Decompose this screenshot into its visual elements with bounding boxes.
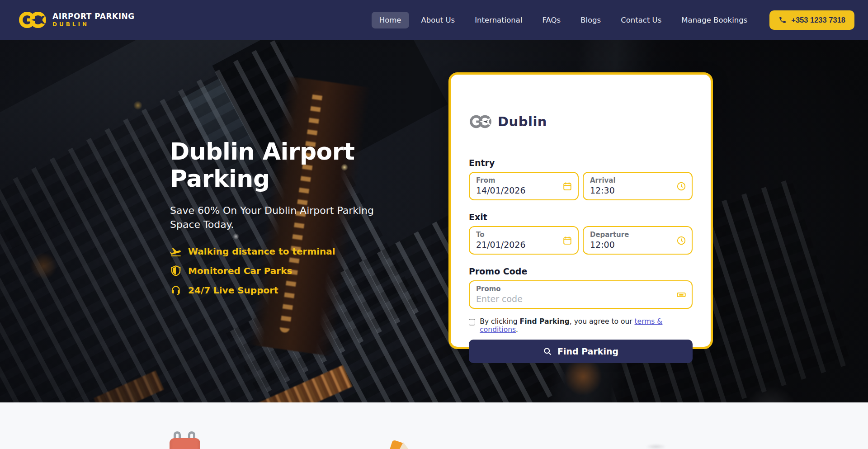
promo-label: Promo <box>476 285 674 293</box>
exit-date-label: To <box>476 231 560 239</box>
entry-time-label: Arrival <box>590 176 674 184</box>
nav-item-contact-us[interactable]: Contact Us <box>613 12 669 28</box>
feature-list: Walking distance to terminal Monitored C… <box>170 246 405 296</box>
exit-time-field[interactable]: Departure <box>583 226 693 255</box>
go-logo-icon <box>18 10 47 29</box>
nav-item-blogs[interactable]: Blogs <box>573 12 609 28</box>
nav-item-manage-bookings[interactable]: Manage Bookings <box>674 12 755 28</box>
entry-heading: Entry <box>469 158 693 168</box>
decorative-smudge <box>646 444 666 449</box>
find-parking-button[interactable]: Find Parking <box>469 340 693 363</box>
feature-walking-distance: Walking distance to terminal <box>170 246 405 257</box>
phone-number: +353 1233 7318 <box>791 16 845 24</box>
calendar-icon <box>562 181 572 191</box>
feature-support: 24/7 Live Support <box>170 284 405 296</box>
exit-time-input[interactable] <box>590 239 674 250</box>
calendar-icon <box>562 236 572 246</box>
ticket-icon <box>676 290 686 300</box>
nav-item-international[interactable]: International <box>467 12 530 28</box>
brand-city: DUBLIN <box>52 22 135 28</box>
phone-button[interactable]: +353 1233 7318 <box>769 10 854 30</box>
exit-time-label: Departure <box>590 231 674 239</box>
find-parking-label: Find Parking <box>557 346 618 356</box>
exit-date-field[interactable]: To <box>469 226 579 255</box>
exit-date-input[interactable] <box>476 239 560 250</box>
shield-icon <box>170 265 182 277</box>
booking-form-card: Dublin Entry From Arrival Exit <box>448 72 713 349</box>
brand-name: AIRPORT PARKING <box>52 12 135 21</box>
terms-checkbox[interactable] <box>469 319 475 326</box>
terms-row: By clicking Find Parking, you agree to o… <box>469 317 693 334</box>
entry-date-input[interactable] <box>476 184 560 195</box>
entry-date-field[interactable]: From <box>469 172 579 200</box>
promo-heading: Promo Code <box>469 266 693 276</box>
promo-field[interactable]: Promo <box>469 280 693 309</box>
clock-icon <box>676 236 686 246</box>
nav-item-faqs[interactable]: FAQs <box>535 12 569 28</box>
content-section <box>0 402 868 449</box>
entry-date-label: From <box>476 176 560 184</box>
promo-input[interactable] <box>476 293 674 304</box>
headset-icon <box>170 284 182 296</box>
brand-logo[interactable]: AIRPORT PARKING DUBLIN <box>18 10 135 29</box>
feature-label: Walking distance to terminal <box>188 246 335 257</box>
plane-takeoff-icon <box>170 246 182 257</box>
hero-background-photo <box>0 40 868 402</box>
go-logo-icon <box>469 113 492 130</box>
pencil-3d-illustration <box>391 440 411 449</box>
card-brand: Dublin <box>469 113 693 130</box>
hero-subtitle: Save 60% On Your Dublin Airport Parking … <box>170 203 392 232</box>
terms-text: By clicking Find Parking, you agree to o… <box>480 317 693 334</box>
nav-item-about-us[interactable]: About Us <box>414 12 463 28</box>
hero-copy: Dublin Airport Parking Save 60% On Your … <box>170 138 405 296</box>
calendar-3d-illustration <box>170 431 200 449</box>
phone-icon <box>778 16 787 24</box>
navbar: AIRPORT PARKING DUBLIN Home About Us Int… <box>0 0 868 40</box>
hero-section: Dublin Airport Parking Save 60% On Your … <box>0 40 868 402</box>
nav-item-home[interactable]: Home <box>372 12 409 28</box>
feature-label: Monitored Car Parks <box>188 265 292 276</box>
search-icon <box>543 347 552 356</box>
card-brand-name: Dublin <box>498 114 547 129</box>
clock-icon <box>676 181 686 191</box>
feature-monitored: Monitored Car Parks <box>170 265 405 277</box>
entry-time-field[interactable]: Arrival <box>583 172 693 200</box>
page-title: Dublin Airport Parking <box>170 138 364 193</box>
exit-heading: Exit <box>469 212 693 222</box>
nav-menu: Home About Us International FAQs Blogs C… <box>372 10 854 30</box>
entry-time-input[interactable] <box>590 184 674 195</box>
feature-label: 24/7 Live Support <box>188 285 278 296</box>
